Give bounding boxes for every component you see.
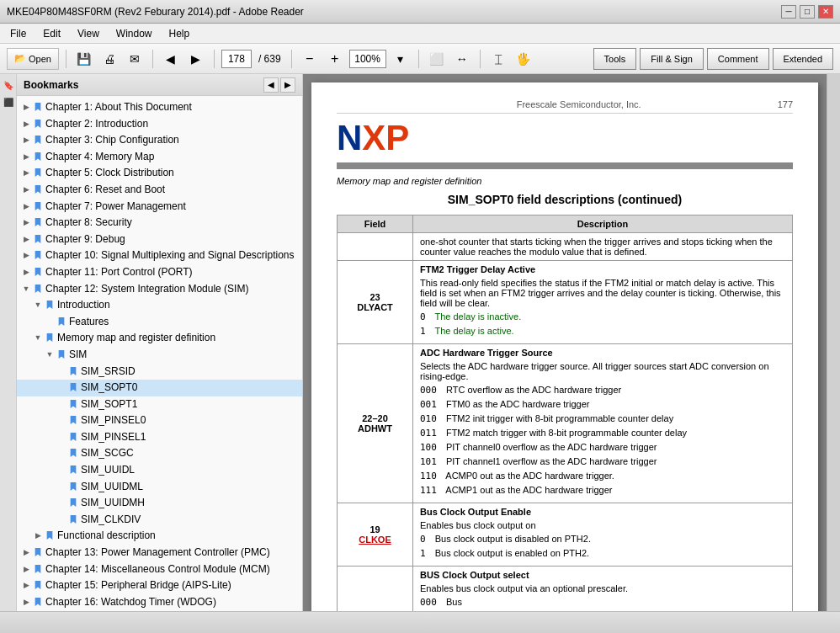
bookmark-sim[interactable]: ▼ SIM [17, 347, 302, 364]
tools-button[interactable]: Tools [593, 48, 637, 70]
expand-icon-ch15: ▶ [20, 579, 32, 591]
bookmarks-collapse-button[interactable]: ◀ [263, 77, 279, 93]
expand-icon-ch7: ▶ [20, 200, 32, 212]
close-button[interactable]: ✕ [818, 5, 833, 19]
minimize-button[interactable]: ─ [781, 5, 796, 19]
menu-window[interactable]: Window [113, 26, 156, 41]
bookmarks-panel-icon[interactable]: 🔖 [1, 77, 16, 93]
bookmark-icon-uuidl [67, 464, 79, 476]
bookmark-sim-pinsel1[interactable]: SIM_PINSEL1 [17, 429, 302, 446]
bookmark-funcdesc[interactable]: ▶ Functional description [17, 528, 302, 545]
page-number-input[interactable]: 178 [221, 50, 252, 68]
bookmark-ch2[interactable]: ▶ Chapter 2: Introduction [17, 116, 302, 133]
bookmark-ch7[interactable]: ▶ Chapter 7: Power Management [17, 199, 302, 215]
bookmark-ch4[interactable]: ▶ Chapter 4: Memory Map [17, 149, 302, 166]
bookmark-features[interactable]: Features [17, 314, 302, 331]
expand-icon-sopt1 [56, 398, 67, 410]
expand-icon-funcdesc: ▶ [32, 529, 44, 541]
bookmark-icon-ch14 [32, 563, 44, 575]
zoom-out-button[interactable]: − [299, 48, 321, 70]
bookmark-intro[interactable]: ▼ Introduction [17, 297, 302, 314]
bookmark-icon-sopt1 [67, 398, 79, 410]
bookmark-sim-uuidmh[interactable]: SIM_UUIDMH [17, 495, 302, 512]
menu-help[interactable]: Help [166, 26, 194, 41]
pdf-content[interactable]: Freescale Semiconductor, Inc. 177 N XP M… [303, 74, 827, 611]
pdf-section-title: Memory map and register definition [337, 176, 793, 186]
expand-icon-ch4: ▶ [20, 151, 32, 162]
expand-icon-clkdiv [56, 513, 67, 525]
desc-cell-clkoe: Bus Clock Output Enable Enables bus cloc… [413, 503, 793, 567]
menu-view[interactable]: View [74, 26, 103, 41]
thumbnails-panel-icon[interactable]: ⬛ [1, 94, 16, 109]
bookmark-ch11[interactable]: ▶ Chapter 11: Port Control (PORT) [17, 264, 302, 281]
zoom-in-button[interactable]: + [324, 48, 346, 70]
expand-icon-uuidl [56, 464, 67, 476]
bookmark-ch17[interactable]: ▶ Chapter 17: ... [17, 610, 302, 611]
field-cell-dlyact: 23DLYACT [338, 261, 413, 344]
ch16-label: Chapter 16: Watchdog Timer (WDOG) [45, 596, 216, 609]
ch7-label: Chapter 7: Power Management [45, 200, 186, 214]
bookmark-ch9[interactable]: ▶ Chapter 9: Debug [17, 231, 302, 248]
bookmark-sim-uuidml[interactable]: SIM_UUIDML [17, 479, 302, 496]
bookmark-memmap[interactable]: ▼ Memory map and register definition [17, 330, 302, 347]
select-tool-button[interactable]: ⌶ [487, 48, 509, 70]
bookmark-ch16[interactable]: ▶ Chapter 16: Watchdog Timer (WDOG) [17, 594, 302, 611]
bookmark-sim-sopt0[interactable]: SIM_SOPT0 [17, 380, 302, 396]
open-button[interactable]: 📂 Open [7, 48, 59, 70]
bookmark-ch6[interactable]: ▶ Chapter 6: Reset and Boot [17, 182, 302, 199]
extended-button[interactable]: Extended [773, 48, 833, 70]
email-icon-button[interactable]: ✉ [124, 48, 146, 70]
ch13-label: Chapter 13: Power Management Controller … [45, 546, 270, 560]
window-title: MKE04P80M48SF0RM (Rev2 Feburary 2014).pd… [7, 6, 304, 18]
bookmark-ch8[interactable]: ▶ Chapter 8: Security [17, 215, 302, 231]
bookmark-ch12[interactable]: ▼ Chapter 12: System Integration Module … [17, 281, 302, 298]
maximize-button[interactable]: □ [800, 5, 815, 19]
hand-tool-button[interactable]: 🖐 [513, 48, 534, 70]
print-icon-button[interactable]: 🖨 [98, 48, 120, 70]
features-label: Features [69, 316, 109, 329]
bookmark-sim-sopt1[interactable]: SIM_SOPT1 [17, 396, 302, 413]
zoom-dropdown-button[interactable]: ▾ [390, 48, 412, 70]
fit-page-button[interactable]: ⬜ [426, 48, 448, 70]
fill-sign-button[interactable]: Fill & Sign [640, 48, 704, 70]
bookmark-sim-scgc[interactable]: SIM_SCGC [17, 445, 302, 462]
bookmark-sim-pinsel0[interactable]: SIM_PINSEL0 [17, 412, 302, 429]
bookmark-ch10[interactable]: ▶ Chapter 10: Signal Multiplexing and Si… [17, 247, 302, 264]
bookmark-icon-clkdiv [67, 513, 79, 525]
bookmark-sim-clkdiv[interactable]: SIM_CLKDIV [17, 512, 302, 529]
nxp-xp-letters: XP [362, 120, 409, 156]
bookmark-ch13[interactable]: ▶ Chapter 13: Power Management Controlle… [17, 545, 302, 561]
bookmark-sim-uuidl[interactable]: SIM_UUIDL [17, 462, 302, 479]
fit-width-button[interactable]: ↔ [451, 48, 473, 70]
expand-icon-intro: ▼ [32, 299, 44, 311]
bookmark-icon-srsid [67, 365, 79, 377]
pdf-page: Freescale Semiconductor, Inc. 177 N XP M… [311, 82, 818, 611]
bookmark-icon-ch3 [32, 134, 44, 146]
bookmarks-header: Bookmarks ◀ ▶ [17, 74, 302, 96]
bookmark-icon-uuidml [67, 481, 79, 492]
comment-button[interactable]: Comment [707, 48, 769, 70]
title-bar: MKE04P80M48SF0RM (Rev2 Feburary 2014).pd… [0, 0, 840, 24]
window-controls: ─ □ ✕ [781, 5, 833, 19]
bookmark-icon-ch1 [32, 101, 44, 113]
bookmarks-expand-button[interactable]: ▶ [280, 77, 295, 93]
desc-cell-dlyact: FTM2 Trigger Delay Active This read-only… [413, 261, 793, 344]
zoom-input[interactable] [349, 50, 386, 68]
expand-icon-ch2: ▶ [20, 118, 32, 130]
menu-file[interactable]: File [7, 26, 29, 41]
bookmark-ch15[interactable]: ▶ Chapter 15: Peripheral Bridge (AIPS-Li… [17, 577, 302, 594]
bookmark-icon-uuidmh [67, 497, 79, 508]
bookmark-ch14[interactable]: ▶ Chapter 14: Miscellaneous Control Modu… [17, 561, 302, 578]
bookmark-ch5[interactable]: ▶ Chapter 5: Clock Distribution [17, 165, 302, 182]
bookmark-ch3[interactable]: ▶ Chapter 3: Chip Configuration [17, 132, 302, 149]
ch1-label: Chapter 1: About This Document [45, 101, 192, 114]
save-icon-button[interactable]: 💾 [73, 48, 95, 70]
vertical-scrollbar[interactable] [827, 74, 840, 611]
bookmarks-controls: ◀ ▶ [263, 77, 295, 93]
bookmark-ch1[interactable]: ▶ Chapter 1: About This Document [17, 99, 302, 116]
bookmark-sim-srsid[interactable]: SIM_SRSID [17, 364, 302, 380]
next-page-button[interactable]: ▶ [185, 48, 207, 70]
menu-edit[interactable]: Edit [40, 26, 64, 41]
prev-page-button[interactable]: ◀ [160, 48, 182, 70]
expand-icon-pinsel0 [56, 414, 67, 426]
